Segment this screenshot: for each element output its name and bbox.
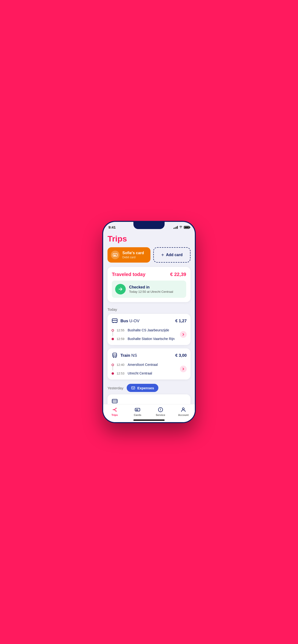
empty-dot [112, 329, 114, 332]
sofie-card-button[interactable]: Sofie's card Debit card [107, 247, 151, 262]
checkin-title: Checked in [129, 285, 173, 290]
page-title: Trips [103, 230, 195, 247]
card-selector: Sofie's card Debit card + Add card [103, 247, 195, 262]
train-stop-name-2: Utrecht Centraal [128, 371, 152, 375]
bus-trip-card[interactable]: Bus U-OV € 1,27 12:55 Bush [107, 314, 191, 345]
bus-mode-text: Bus U-OV [120, 319, 139, 324]
checked-in-box: Checked in Today 12:50 at Utrecht Centra… [112, 280, 186, 298]
stop-info-1: 12:55 Bushalte CS Jaarbeurszijde [117, 328, 169, 332]
today-section-label: Today [103, 306, 195, 314]
add-card-button[interactable]: + Add card [153, 247, 191, 262]
cards-nav-label: Cards [134, 414, 141, 416]
train-stops-list: 12:40 Amersfoort Centraal 12:53 Utrecht … [111, 362, 180, 376]
traveled-amount: € 22,39 [170, 272, 186, 277]
train-stop-2: 12:53 Utrecht Centraal [111, 371, 180, 376]
svg-point-13 [116, 402, 116, 403]
svg-point-7 [113, 356, 114, 356]
svg-point-2 [115, 255, 116, 256]
expenses-label: Expenses [137, 386, 154, 390]
train-dot-line [112, 366, 113, 370]
dot-line [112, 332, 113, 336]
signal-icon [174, 226, 178, 229]
card-icon [111, 250, 119, 259]
sofie-card-name: Sofie's card [122, 251, 144, 255]
wifi-icon [179, 226, 183, 229]
train-stop-1: 12:40 Amersfoort Centraal [111, 362, 180, 371]
train-dot-col-1 [111, 363, 114, 370]
filled-dot [112, 338, 114, 340]
train-stop-name-1: Amersfoort Centraal [128, 363, 158, 366]
nav-account[interactable]: Account [176, 407, 191, 416]
svg-rect-17 [135, 408, 140, 411]
sofie-card-type: Debit card [122, 256, 144, 259]
home-indicator [133, 420, 165, 421]
trips-nav-label: Trips [112, 414, 118, 416]
service-nav-icon [158, 407, 163, 412]
yesterday-row: Yesterday Expenses [103, 383, 195, 394]
battery-icon [184, 226, 190, 229]
plus-icon: + [161, 252, 164, 258]
svg-point-5 [116, 322, 116, 323]
nav-service[interactable]: Service [153, 407, 168, 416]
svg-point-10 [133, 388, 134, 389]
train-stop-time-1: 12:40 [117, 363, 125, 366]
train-dot-col-2 [111, 371, 114, 375]
account-nav-label: Account [178, 414, 189, 416]
train-stop-time-2: 12:53 [117, 372, 125, 375]
service-nav-label: Service [156, 414, 165, 416]
bus-icon [111, 318, 118, 324]
stop-name-2: Bushalte Station Vaartsche Rijn [128, 337, 175, 341]
svg-point-4 [113, 322, 114, 323]
train-filled-dot [112, 372, 114, 375]
phone-screen: 9:41 Trips [103, 222, 195, 422]
traveled-header: Traveled today € 22,39 [112, 272, 186, 277]
checkin-icon [115, 284, 126, 294]
expenses-icon [131, 386, 135, 390]
dot-col-2 [111, 337, 114, 340]
bus-stop-2: 12:59 Bushalte Station Vaartsche Rijn [111, 336, 180, 341]
train-stops: 12:40 Amersfoort Centraal 12:53 Utrecht … [111, 362, 187, 376]
cards-nav-icon [135, 407, 140, 412]
bus-price: € 1,27 [175, 319, 187, 324]
traveled-today-card: Traveled today € 22,39 Checked in Today … [107, 267, 191, 302]
train-mode-text: Train NS [120, 353, 137, 358]
train-stop-info-1: 12:40 Amersfoort Centraal [117, 363, 158, 366]
status-time: 9:41 [108, 225, 116, 229]
stop-info-2: 12:59 Bushalte Station Vaartsche Rijn [117, 337, 175, 341]
bus-trip-header: Bus U-OV € 1,27 [111, 318, 187, 324]
svg-point-21 [182, 408, 184, 410]
yesterday-label: Yesterday [107, 386, 123, 390]
train-icon [111, 352, 118, 359]
expenses-button[interactable]: Expenses [127, 384, 158, 392]
svg-point-12 [113, 402, 114, 403]
stop-time-1: 12:55 [117, 328, 125, 332]
scroll-area[interactable]: Trips Sofie's card Debit card [103, 230, 195, 422]
train-trip-mode: Train NS [111, 352, 137, 359]
notch [133, 222, 165, 229]
trips-nav-icon [112, 407, 117, 412]
account-nav-icon [181, 407, 186, 412]
bus-chevron-button[interactable] [180, 331, 187, 338]
add-card-label: Add card [166, 253, 183, 257]
train-price: € 3,00 [175, 353, 187, 358]
bus-trip-mode: Bus U-OV [111, 318, 139, 324]
nav-cards[interactable]: Cards [130, 407, 145, 416]
bus-stops-list: 12:55 Bushalte CS Jaarbeurszijde 12:59 B… [111, 328, 180, 341]
status-icons [174, 226, 190, 229]
dot-col-1 [111, 328, 114, 336]
train-chevron-button[interactable] [180, 366, 187, 372]
train-trip-card[interactable]: Train NS € 3,00 12:40 Amer [107, 348, 191, 380]
phone-frame: 9:41 Trips [102, 221, 196, 423]
stop-name-1: Bushalte CS Jaarbeurszijde [128, 328, 169, 332]
train-stop-info-2: 12:53 Utrecht Centraal [117, 371, 152, 375]
train-trip-header: Train NS € 3,00 [111, 352, 187, 359]
train-empty-dot [112, 364, 114, 366]
checkin-subtitle: Today 12:50 at Utrecht Centraal [129, 290, 173, 294]
bus-stops: 12:55 Bushalte CS Jaarbeurszijde 12:59 B… [111, 328, 187, 341]
nav-trips[interactable]: Trips [107, 407, 122, 416]
traveled-label: Traveled today [112, 272, 145, 277]
bus-stop-1: 12:55 Bushalte CS Jaarbeurszijde [111, 328, 180, 336]
svg-point-19 [137, 410, 138, 410]
svg-point-8 [115, 356, 116, 356]
sofie-card-info: Sofie's card Debit card [122, 251, 144, 259]
